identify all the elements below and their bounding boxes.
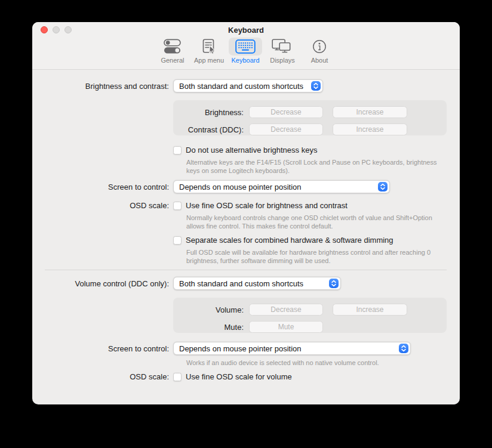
fine-osd-brightness-checkbox[interactable] [173,202,182,210]
tab-keyboard[interactable]: Keyboard [229,38,262,64]
mute-shortcut-row: Mute: Mute [173,321,447,333]
fine-osd-help-text: Normally keyboard controls change one OS… [186,214,442,230]
keyboard-icon [229,38,262,55]
fine-osd-volume-checkbox[interactable] [173,373,182,381]
tab-label: App menu [194,57,224,64]
section-divider [45,270,447,270]
volume-screen-row: Screen to control: Depends on mouse poin… [32,342,447,355]
menu-cursor-icon [192,38,226,55]
osd-scale-label: OSD scale: [32,201,173,210]
preferences-window: Keyboard General [32,22,460,404]
toolbar: General App menu [32,38,460,64]
volume-increase-button[interactable]: Increase [333,304,407,316]
separate-scales-row: Separate scales for combined hardware & … [173,236,447,245]
tab-general[interactable]: General [156,38,189,64]
keyboard-pane: Brightness and contrast: Both standard a… [32,70,460,381]
brightness-screen-row: Screen to control: Depends on mouse poin… [32,180,447,193]
alt-keys-help-text: Alternative keys are the F14/F15 (Scroll… [186,158,442,175]
brightness-mode-popup[interactable]: Both standard and custom shortcuts [173,79,323,92]
volume-decrease-button[interactable]: Decrease [249,304,323,316]
volume-osd-row: OSD scale: Use fine OSD scale for volume [32,372,447,381]
tab-displays[interactable]: Displays [265,38,300,64]
screen-to-control-label: Screen to control: [32,183,173,191]
volume-mode-row: Volume control (DDC only): Both standard… [32,277,447,290]
popup-stepper-icon [329,279,339,288]
window-title: Keyboard [32,26,460,35]
tab-about[interactable]: About [303,38,336,64]
mute-button[interactable]: Mute [249,321,323,333]
tab-label: Displays [270,57,295,64]
titlebar: Keyboard General [32,22,460,70]
brightness-mode-label: Brightness and contrast: [32,82,173,91]
brightness-screen-popup[interactable]: Depends on mouse pointer position [173,180,390,193]
volume-shortcuts-groupbox: Volume: Decrease Increase Mute: Mute [173,298,447,333]
osd-scale-label: OSD scale: [32,372,173,381]
brightness-shortcut-row: Brightness: Decrease Increase [173,106,447,118]
contrast-shortcut-row: Contrast (DDC): Decrease Increase [173,123,447,135]
volume-mode-popup[interactable]: Both standard and custom shortcuts [173,277,341,290]
volume-screen-popup[interactable]: Depends on mouse pointer position [173,342,411,355]
tab-label: General [161,57,184,64]
brightness-mode-row: Brightness and contrast: Both standard a… [32,79,447,92]
contrast-decrease-button[interactable]: Decrease [249,123,323,135]
volume-mode-label: Volume control (DDC only): [32,279,173,288]
brightness-shortcuts-groupbox: Brightness: Decrease Increase Contrast (… [173,100,447,135]
info-icon [303,38,336,55]
toggles-icon [156,38,189,55]
tab-label: About [311,57,328,64]
volume-screen-help-text: Works if an audio device is selected wit… [186,359,442,367]
alt-brightness-keys-row: Do not use alternative brightness keys [173,146,447,155]
brightness-osd-row: OSD scale: Use fine OSD scale for bright… [32,201,447,210]
volume-shortcut-row: Volume: Decrease Increase [173,304,447,316]
contrast-increase-button[interactable]: Increase [333,123,407,135]
separate-scales-checkbox[interactable] [173,236,182,245]
popup-stepper-icon [399,344,408,353]
tab-app-menu[interactable]: App menu [192,38,226,64]
alt-brightness-keys-checkbox[interactable] [173,146,182,155]
tab-label: Keyboard [231,57,259,64]
screen-to-control-label: Screen to control: [32,344,173,353]
popup-stepper-icon [378,182,388,191]
brightness-increase-button[interactable]: Increase [333,106,407,118]
brightness-decrease-button[interactable]: Decrease [249,106,323,118]
separate-scales-help-text: Full OSD scale will be available for har… [186,248,442,265]
popup-stepper-icon [311,81,321,91]
displays-icon [265,38,300,55]
